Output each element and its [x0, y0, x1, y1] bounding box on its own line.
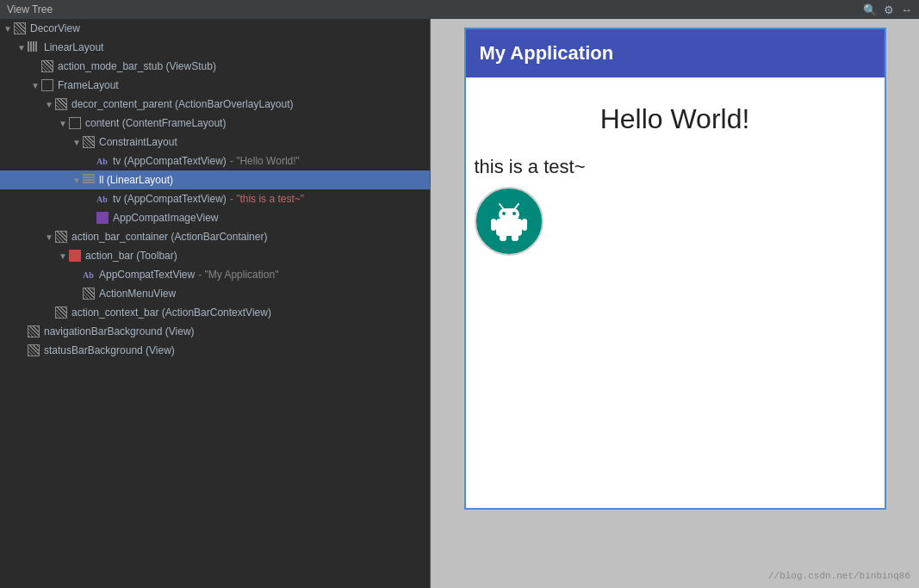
tree-item[interactable]: LinearLayout [0, 38, 430, 57]
svg-rect-6 [491, 219, 496, 231]
tree-item[interactable]: Abtv (AppCompatTextView)- "this is a tes… [0, 189, 430, 208]
tree-item[interactable]: action_context_bar (ActionBarContextView… [0, 303, 430, 322]
tree-item-label: DecorView [30, 22, 80, 34]
tree-item-label: AppCompatImageView [113, 212, 219, 224]
preview-panel: My Application Hello World! this is a te… [431, 19, 919, 588]
tree-item-subtext: - "this is a test~" [230, 193, 304, 205]
hatch-icon [83, 136, 96, 148]
tree-item-label: ActionMenuView [99, 288, 176, 300]
view-tree-panel[interactable]: DecorViewLinearLayoutaction_mode_bar_stu… [0, 19, 431, 588]
svg-rect-0 [496, 219, 522, 236]
android-robot-icon [487, 200, 531, 243]
linear-layout-h-icon [28, 41, 41, 53]
frame-layout-icon [69, 117, 83, 129]
tree-item-label: action_bar_container (ActionBarContainer… [71, 231, 267, 243]
tree-item[interactable]: content (ContentFrameLayout) [0, 114, 430, 133]
tree-item[interactable]: action_bar_container (ActionBarContainer… [0, 227, 430, 246]
tree-toggle-arrow[interactable] [59, 251, 69, 261]
tree-item-label: ll (LinearLayout) [99, 174, 173, 186]
top-bar: View Tree 🔍 ⚙ ↔ [0, 0, 919, 19]
tree-toggle-arrow[interactable] [45, 232, 55, 242]
app-bar-title: My Application [480, 42, 614, 65]
tree-item-label: ConstraintLayout [99, 136, 177, 148]
svg-rect-7 [522, 219, 527, 231]
tree-item-label: action_bar (Toolbar) [85, 250, 177, 262]
tree-item-label: tv (AppCompatTextView) [113, 155, 227, 167]
tree-item[interactable]: ll (LinearLayout) [0, 170, 430, 189]
hatch-icon [55, 231, 69, 243]
frame-layout-icon [41, 79, 55, 91]
tree-toggle-arrow[interactable] [17, 43, 28, 53]
textview-icon: Ab [83, 269, 96, 281]
tree-item[interactable]: DecorView [0, 19, 430, 38]
android-logo [475, 187, 543, 256]
tree-toggle-arrow[interactable] [72, 176, 83, 185]
tree-item[interactable]: navigationBarBackground (View) [0, 322, 430, 341]
tree-item-subtext: - "My Application" [198, 269, 278, 281]
panel-title: View Tree [7, 3, 53, 15]
phone-preview: My Application Hello World! this is a te… [464, 28, 886, 510]
main-container: DecorViewLinearLayoutaction_mode_bar_stu… [0, 19, 919, 588]
linear-layout-v-icon [83, 174, 96, 186]
expand-icon[interactable]: ↔ [901, 3, 912, 16]
tree-item-label: tv (AppCompatTextView) [113, 193, 227, 205]
tree-item[interactable]: AppCompatImageView [0, 208, 430, 227]
tree-item-label: statusBarBackground (View) [44, 344, 175, 356]
tree-item-label: decor_content_parent (ActionBarOverlayLa… [71, 98, 293, 110]
app-bar: My Application [466, 29, 885, 77]
tree-item-label: action_mode_bar_stub (ViewStub) [58, 60, 216, 72]
tree-item-label: content (ContentFrameLayout) [85, 117, 226, 129]
textview-icon: Ab [96, 193, 110, 205]
tree-item-label: navigationBarBackground (View) [44, 325, 195, 337]
tree-toggle-arrow[interactable] [3, 24, 14, 34]
tree-item-subtext: - "Hello World!" [230, 155, 300, 167]
tree-toggle-arrow[interactable] [59, 119, 69, 128]
hatch-icon [41, 60, 55, 72]
tree-item[interactable]: decor_content_parent (ActionBarOverlayLa… [0, 95, 430, 114]
hatch-icon [55, 306, 69, 319]
svg-line-5 [515, 204, 518, 208]
tree-toggle-arrow[interactable] [72, 138, 83, 147]
tree-item[interactable]: Abtv (AppCompatTextView)- "Hello World!" [0, 152, 430, 170]
tree-item[interactable]: action_bar (Toolbar) [0, 246, 430, 265]
tree-item-label: action_context_bar (ActionBarContextView… [71, 306, 271, 319]
svg-rect-8 [500, 234, 506, 241]
watermark: //blog.csdn.net/binbinq86 [768, 571, 910, 581]
imageview-icon [96, 212, 110, 224]
tree-item[interactable]: statusBarBackground (View) [0, 341, 430, 360]
svg-rect-9 [512, 234, 518, 241]
svg-line-4 [500, 204, 503, 208]
tree-item[interactable]: ActionMenuView [0, 284, 430, 303]
hatch-icon [28, 344, 41, 356]
hatch-icon [55, 98, 69, 110]
tree-item-label: AppCompatTextView [99, 269, 195, 281]
toolbar-icons: 🔍 ⚙ ↔ [863, 3, 912, 16]
tree-item-label: FrameLayout [58, 79, 119, 91]
textview-icon: Ab [96, 155, 110, 167]
tree-item[interactable]: ConstraintLayout [0, 133, 430, 152]
tree-item[interactable]: action_mode_bar_stub (ViewStub) [0, 57, 430, 76]
hello-world-text: Hello World! [475, 86, 876, 152]
hatch-icon [28, 325, 41, 337]
svg-point-2 [502, 212, 506, 215]
tree-item[interactable]: FrameLayout [0, 76, 430, 95]
tree-item-label: LinearLayout [44, 41, 103, 53]
tree-item[interactable]: AbAppCompatTextView- "My Application" [0, 265, 430, 284]
toolbar-icon [69, 250, 83, 262]
hatch-icon [83, 288, 96, 300]
app-content: Hello World! this is a test~ [466, 77, 885, 508]
svg-rect-1 [499, 208, 519, 220]
tree-toggle-arrow[interactable] [31, 81, 41, 90]
svg-point-3 [512, 212, 516, 215]
tree-toggle-arrow[interactable] [45, 100, 55, 109]
settings-icon[interactable]: ⚙ [884, 3, 894, 16]
search-icon[interactable]: 🔍 [863, 3, 877, 16]
test-text: this is a test~ [475, 152, 876, 182]
hatch-icon [14, 22, 28, 34]
